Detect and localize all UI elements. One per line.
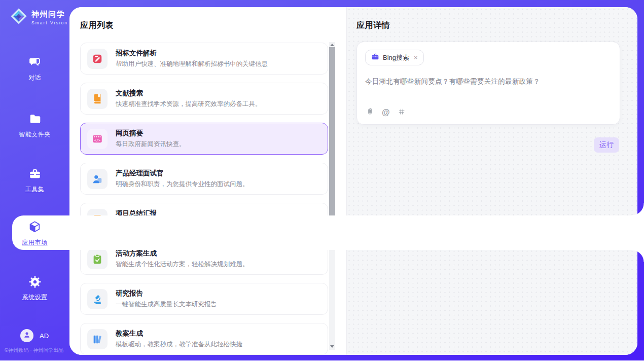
sidebar-item-system-settings[interactable]: 系统设置 <box>0 275 69 302</box>
app-list-panel: 应用列表 招标文件解析 帮助用户快速、准确地理解和解析招标书中的关键信息 文献搜… <box>69 7 346 355</box>
toolbox-icon <box>28 167 42 183</box>
user-name: AD <box>40 332 49 340</box>
app-card-description: 明确身份和职责，为您提供专业性的面试问题。 <box>116 180 249 189</box>
paperclip-icon[interactable] <box>366 107 374 118</box>
briefcase-icon <box>371 53 379 63</box>
app-window: 神州问学 Smart Vision 对话 智能文件夹 工具集 应用市场 系统设置 <box>0 0 644 362</box>
query-text-input[interactable]: 今日湖北有哪些新闻要点？有哪些需要关注的最新政策？ <box>365 77 612 86</box>
webpage-summary-icon: </> <box>87 129 108 149</box>
run-button[interactable]: 运行 <box>594 137 619 153</box>
content-area: 应用列表 招标文件解析 帮助用户快速、准确地理解和解析招标书中的关键信息 文献搜… <box>69 7 637 355</box>
sidebar-item-label: 对话 <box>28 74 41 82</box>
app-card-description: 帮助用户快速、准确地理解和解析招标书中的关键信息 <box>116 60 268 68</box>
app-card-name: 研究报告 <box>116 289 217 298</box>
svg-text:</>: </> <box>94 138 100 142</box>
lesson-plan-icon <box>87 329 108 349</box>
app-card-name: 活动方案生成 <box>116 249 249 258</box>
prompt-toolbar: @ <box>366 107 406 118</box>
app-detail-title: 应用详情 <box>356 20 390 31</box>
brand-name: 神州问学 <box>31 10 68 19</box>
sidebar-item-label: 智能文件夹 <box>19 130 51 139</box>
brand-logo: 神州问学 Smart Vision <box>10 8 68 27</box>
sidebar-item-label: 工具集 <box>25 185 45 194</box>
prompt-card: Bing搜索 × 今日湖北有哪些新闻要点？有哪些需要关注的最新政策？ @ <box>356 42 620 125</box>
app-card-name: 产品经理面试官 <box>116 169 249 178</box>
avatar <box>20 329 33 342</box>
sidebar-item-label: 应用市场 <box>22 238 48 247</box>
cube-icon <box>28 220 42 236</box>
sidebar-item-chat[interactable]: 对话 <box>0 56 69 82</box>
sidebar-item-smart-folder[interactable]: 智能文件夹 <box>0 113 69 139</box>
app-card[interactable]: 研究报告 一键智能生成高质量长文本研究报告 <box>80 283 328 315</box>
scrollbar-thumb[interactable] <box>329 47 335 232</box>
app-card[interactable]: 产品经理面试官 明确身份和职责，为您提供专业性的面试问题。 <box>80 163 328 195</box>
mention-icon[interactable]: @ <box>382 108 390 117</box>
app-detail-panel: 应用详情 Bing搜索 × 今日湖北有哪些新闻要点？有哪些需要关注的最新政策？ … <box>346 7 637 355</box>
app-card-list: 招标文件解析 帮助用户快速、准确地理解和解析招标书中的关键信息 文献搜索 快速精… <box>80 43 328 355</box>
app-card-description: 一键智能生成高质量长文本研究报告 <box>116 300 217 309</box>
copyright-text: ©神州数码 · 神州问学出品 <box>5 347 70 354</box>
chat-icon <box>28 56 42 71</box>
hash-icon[interactable] <box>398 107 406 118</box>
tool-tag-label: Bing搜索 <box>383 53 409 62</box>
app-card[interactable]: 招标文件解析 帮助用户快速、准确地理解和解析招标书中的关键信息 <box>80 43 328 75</box>
app-card-description: 快速精准查找学术资源，提高研究效率的必备工具。 <box>116 100 262 108</box>
tag-close-icon[interactable]: × <box>414 54 418 61</box>
brand-diamond-icon <box>10 8 27 27</box>
app-card-name: 文献搜索 <box>116 89 262 98</box>
sidebar-item-label: 系统设置 <box>22 293 48 302</box>
list-scrollbar[interactable] <box>329 42 335 350</box>
brand-subtitle: Smart Vision <box>31 20 68 25</box>
app-card[interactable]: </> 网页摘要 每日政府新闻资讯快查。 <box>80 123 328 155</box>
app-card[interactable]: 文献搜索 快速精准查找学术资源，提高研究效率的必备工具。 <box>80 83 328 115</box>
app-card[interactable]: 教案生成 模板驱动，教案秒成，教学准备从此轻松快捷 <box>80 323 328 355</box>
app-card-description: 智能生成个性化活动方案，轻松解决规划难题。 <box>116 260 249 269</box>
research-report-icon <box>87 289 108 309</box>
folder-icon <box>28 113 42 128</box>
person-icon <box>22 330 31 341</box>
app-card-name: 教案生成 <box>116 329 242 338</box>
scroll-up-arrow-icon[interactable] <box>330 44 334 46</box>
app-card-description: 模板驱动，教案秒成，教学准备从此轻松快捷 <box>116 340 242 349</box>
app-card-description: 每日政府新闻资讯快查。 <box>116 140 186 149</box>
active-nav-bubble <box>12 215 644 250</box>
activity-plan-icon <box>87 249 108 269</box>
literature-search-icon <box>87 89 108 109</box>
user-account[interactable]: AD <box>20 329 49 342</box>
sidebar-item-app-market[interactable]: 应用市场 <box>0 220 69 247</box>
tool-tag-bing-search[interactable]: Bing搜索 × <box>365 50 424 65</box>
bid-parse-icon <box>87 49 108 69</box>
app-list-title: 应用列表 <box>80 20 114 31</box>
app-card-name: 网页摘要 <box>116 129 186 138</box>
app-card-name: 招标文件解析 <box>116 49 268 58</box>
gear-icon <box>28 275 42 291</box>
scroll-down-arrow-icon[interactable] <box>330 345 334 348</box>
sidebar-item-toolset[interactable]: 工具集 <box>0 167 69 194</box>
interviewer-icon <box>87 169 108 189</box>
